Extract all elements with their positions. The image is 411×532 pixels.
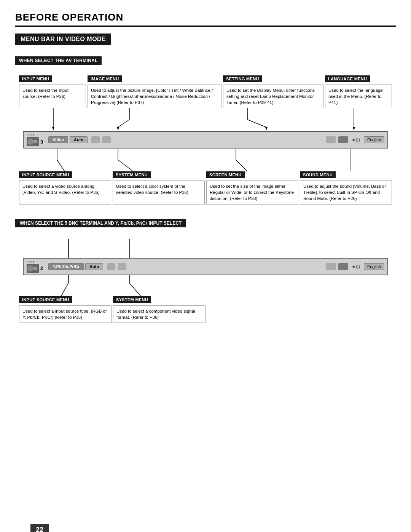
bnc-top-arrows [19, 239, 392, 258]
bnc-input-source-menu-box: Used to select a input source type. (RGB… [19, 305, 112, 323]
bnc-bottom-arrows [19, 275, 392, 296]
svg-marker-10 [353, 127, 355, 130]
svg-line-7 [247, 120, 266, 127]
input-menu-label: INPUT MENU [19, 75, 52, 82]
svg-line-29 [129, 283, 141, 296]
svg-line-18 [236, 160, 247, 171]
input-icon-2 [27, 264, 39, 273]
menubar1-icon1 [91, 136, 100, 143]
svg-point-11 [28, 139, 33, 144]
menubar1-icon2 [102, 136, 111, 143]
section-header: MENU BAR IN VIDEO MODE [15, 34, 111, 45]
menubar1-lang: English [364, 136, 384, 143]
menubar2-icon2 [118, 263, 126, 270]
menubar2-lang: English [364, 263, 384, 270]
menubar-2: Input 2 Y,Pb/Cb,Pr/Cr Auto ◄))) English [23, 258, 388, 275]
setting-menu-box: Used to set the Display Menu, other func… [223, 85, 323, 108]
menubar1-right-icon1 [326, 136, 336, 143]
bnc-input-source-menu-label: INPUT SOURCE MENU [19, 296, 72, 303]
sound-menu-label: SOUND MENU [300, 171, 336, 178]
menubar2-icon1 [107, 263, 115, 270]
when-bnc-header: WHEN SELECT THE 5 BNC TERMINAL AND Y, Pb… [15, 219, 186, 227]
screen-menu-box: Used to set the size of the image either… [206, 181, 298, 204]
menubar1-input-label: Input [27, 133, 34, 137]
input-icon [27, 137, 39, 146]
menubar2-input-label: Input [27, 260, 34, 264]
svg-rect-25 [33, 267, 37, 270]
menubar-1: Input 3 Video Auto ◄))) English [23, 131, 388, 149]
svg-rect-12 [33, 140, 37, 143]
system-menu-label: SYSTEM MENU [113, 171, 151, 178]
menubar1-input-num: 3 [40, 139, 43, 145]
bnc-system-menu-box: Used to select a component video signal … [113, 305, 206, 323]
svg-line-27 [61, 283, 68, 296]
svg-marker-8 [265, 127, 268, 130]
svg-marker-2 [52, 127, 54, 130]
menubar1-sound-icon: ◄))) [351, 137, 360, 142]
svg-line-4 [118, 120, 129, 127]
top-arrows-svg [19, 108, 392, 131]
sound-menu-box: Used to adjust the sound [Volume, Bass o… [300, 181, 392, 204]
page-number: 22 [30, 524, 49, 532]
menubar2-btn2[interactable]: Auto [85, 263, 103, 270]
input-source-menu-box: Used to select a video source among [Vid… [19, 181, 111, 204]
menubar1-btn1[interactable]: Video [48, 136, 68, 143]
language-menu-box: Used to select the language used in the … [325, 85, 392, 108]
page-title: BEFORE OPERATION [15, 11, 396, 27]
svg-marker-5 [117, 127, 119, 130]
bnc-system-menu-label: SYSTEM MENU [113, 296, 151, 303]
when-av-header: WHEN SELECT THE AV TERMINAL [15, 56, 102, 65]
menubar2-right-icon1 [326, 263, 336, 270]
screen-menu-label: SCREEN MENU [206, 171, 245, 178]
input-menu-box: Used to select the Input source. (Refer … [19, 85, 86, 108]
menubar2-sound-icon: ◄))) [351, 264, 360, 269]
setting-menu-label: SETTING MENU [223, 75, 262, 82]
image-menu-label: IMAGE MENU [88, 75, 122, 82]
svg-line-14 [57, 160, 65, 171]
bottom-arrows-svg [19, 149, 392, 171]
svg-point-24 [28, 266, 33, 271]
menubar1-btn2[interactable]: Auto [70, 136, 88, 143]
menubar2-right-icon2 [338, 263, 348, 270]
menubar2-input-num: 2 [40, 265, 43, 271]
system-menu-box: Used to select a color system of the sel… [113, 181, 205, 204]
input-source-menu-label: INPUT SOURCE MENU [19, 171, 72, 178]
image-menu-box: Used to adjust the picture image. [Color… [88, 85, 221, 108]
language-menu-label: LANGUAGE MENU [325, 75, 370, 82]
menubar1-right-icon2 [338, 136, 348, 143]
menubar2-btn1[interactable]: Y,Pb/Cb,Pr/Cr [48, 263, 84, 270]
svg-line-16 [118, 160, 133, 171]
